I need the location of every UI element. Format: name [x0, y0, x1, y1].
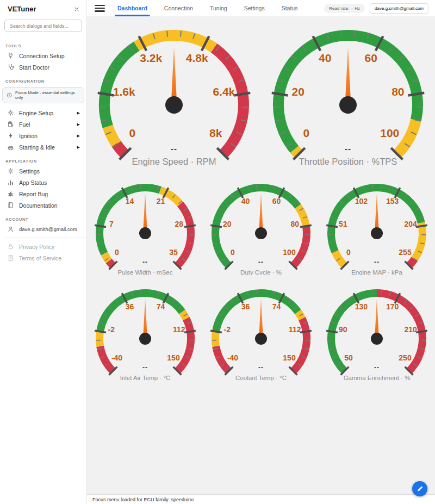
- gauge-tick-label: -2: [108, 325, 115, 334]
- sidebar-item-label: Privacy Policy: [19, 244, 54, 250]
- gauge-tick-label: 74: [157, 302, 165, 311]
- plug-icon: [7, 52, 14, 59]
- gauge-tick-label: 80: [290, 220, 299, 228]
- section-header: CONFIGURATION: [0, 76, 86, 85]
- sidebar-item-label: Start Doctor: [19, 64, 49, 71]
- sidebar-item-label: Report Bug: [19, 191, 48, 197]
- tab-label: Status: [282, 5, 298, 11]
- sidebar-item-label: Settings: [19, 168, 40, 175]
- submenu-arrow-icon: ▶: [77, 145, 81, 150]
- sidebar-item-fuel[interactable]: Fuel▶: [0, 119, 86, 130]
- sidebar-item-settings[interactable]: Settings: [0, 165, 86, 177]
- sidebar-item-start-doctor[interactable]: Start Doctor: [0, 61, 86, 73]
- sidebar-item-ignition[interactable]: Ignition▶: [0, 130, 86, 141]
- gauge-title: Coolant Temp · °C: [235, 375, 287, 381]
- gauge-tick-label: 8k: [209, 127, 222, 139]
- gauge-tick-label: 3.2k: [140, 52, 162, 64]
- sidebar-item-engine-setup[interactable]: Engine Setup▶: [0, 107, 86, 119]
- info-icon: [7, 92, 12, 98]
- sidebar-section-configuration: CONFIGURATIONFocus Mode - essential sett…: [0, 76, 86, 153]
- tab-bar: DashboardConnectionTuningSettingsStatus: [115, 0, 312, 16]
- gear-icon: [7, 167, 14, 175]
- gauge-tick-label: 102: [355, 197, 368, 206]
- gauge-tick-label: 90: [339, 325, 347, 334]
- gauge-value: --: [345, 144, 351, 153]
- dashboard-content: 01.6k3.2k4.8k6.4k8k--Engine Speed · RPM0…: [87, 16, 435, 494]
- sidebar-item-label: Terms of Service: [19, 255, 61, 262]
- gauge-inlet-air-temp-c: -40-23674112150--Inlet Air Temp · °C: [88, 285, 203, 381]
- app-window: VETuner TOOLSConnection SetupStart Docto…: [0, 0, 435, 504]
- gauge-hub: [165, 96, 183, 114]
- gauge-hub: [255, 333, 267, 345]
- gauge-tick-label: 40: [241, 197, 250, 206]
- gauge-row: 0714212835--Pulse Width · mSec0204060801…: [87, 179, 435, 275]
- focus-mode-notice[interactable]: Focus Mode - essential settings only: [2, 87, 84, 103]
- document-icon: [7, 254, 14, 262]
- gauge-tick-label: 80: [391, 85, 404, 98]
- tab-label: Settings: [244, 5, 265, 11]
- gauge-tick-label: 20: [223, 220, 232, 228]
- gauge-tick-label: 204: [405, 220, 418, 228]
- search-input[interactable]: [4, 20, 82, 32]
- gauge-tick-label: -40: [111, 353, 122, 362]
- gauge-title: Engine MAP · kPa: [351, 269, 402, 276]
- section-header: TOOLS: [0, 40, 86, 50]
- account-email-field[interactable]: dave.g.smith@gmail.com: [370, 3, 428, 14]
- read-rate-badge: Read rate: -- Hz: [324, 4, 365, 13]
- gauge-title: Engine Speed · RPM: [132, 157, 216, 166]
- sidebar-item-dave-g-smith-gmail-com[interactable]: dave.g.smith@gmail.com: [0, 223, 86, 235]
- sidebar-item-label: App Status: [19, 179, 47, 186]
- car-icon: [7, 144, 14, 151]
- gauge-tick-label: 210: [405, 325, 418, 334]
- gauge-duty-cycle: 020406080100--Duty Cycle · %: [203, 179, 319, 275]
- sidebar-item-terms-of-service[interactable]: Terms of Service: [0, 252, 86, 264]
- gauge-throttle-position-tps: 020406080100--Throttle Position · %TPS: [265, 26, 431, 169]
- gauge-value: --: [374, 364, 380, 371]
- sidebar-item-starting-idle[interactable]: Starting & Idle▶: [0, 141, 86, 153]
- divider: [4, 238, 86, 238]
- gauge-tick-label: 150: [167, 353, 180, 362]
- sidebar-item-report-bug[interactable]: Report Bug: [0, 188, 86, 200]
- topbar-right: Read rate: -- Hz dave.g.smith@gmail.com: [324, 3, 428, 14]
- sidebar-section-application: APPLICATIONSettingsApp StatusReport BugD…: [0, 155, 86, 211]
- tab-tuning[interactable]: Tuning: [207, 0, 230, 16]
- sidebar-item-label: Connection Setup: [19, 53, 64, 59]
- bar-chart-icon: [7, 179, 14, 186]
- tab-settings[interactable]: Settings: [241, 0, 268, 16]
- sidebar-section-account: ACCOUNTdave.g.smith@gmail.comPrivacy Pol…: [0, 214, 86, 264]
- sidebar-item-label: dave.g.smith@gmail.com: [19, 226, 77, 232]
- gauge-tick-label: 51: [339, 220, 347, 228]
- gauge-tick-label: -2: [224, 325, 231, 334]
- gauge-value: --: [374, 258, 380, 266]
- gauge-tick-label: 4.8k: [186, 52, 208, 64]
- tab-label: Dashboard: [117, 5, 147, 11]
- gauge-pulse-width-msec: 0714212835--Pulse Width · mSec: [88, 179, 203, 275]
- gauge-value: --: [258, 364, 264, 371]
- gauge-tick-label: 0: [231, 248, 235, 257]
- book-icon: [7, 202, 14, 209]
- tab-connection[interactable]: Connection: [161, 0, 196, 16]
- sidebar-item-label: Engine Setup: [19, 110, 53, 116]
- sidebar-item-connection-setup[interactable]: Connection Setup: [0, 50, 86, 61]
- sidebar-item-app-status[interactable]: App Status: [0, 177, 86, 188]
- gauge-tick-label: 20: [291, 85, 304, 98]
- gauge-tick-label: 170: [386, 302, 399, 311]
- gauge-tick-label: 60: [365, 52, 377, 64]
- gauge-tick-label: 36: [241, 302, 250, 311]
- sidebar-item-privacy-policy[interactable]: Privacy Policy: [0, 241, 86, 252]
- gauge-gamma-enrichment: 5090130170210250--Gamma Enrichment · %: [319, 285, 434, 381]
- gauge-tick-label: 14: [126, 197, 134, 206]
- tab-dashboard[interactable]: Dashboard: [115, 0, 150, 16]
- close-icon[interactable]: [73, 6, 80, 13]
- gauge-tick-label: 74: [272, 302, 281, 311]
- tab-status[interactable]: Status: [279, 0, 301, 16]
- edit-fab[interactable]: [412, 481, 427, 496]
- app-title: VETuner: [8, 5, 36, 13]
- sidebar-header: VETuner: [0, 0, 86, 17]
- menu-icon[interactable]: [95, 5, 105, 12]
- section-header: ACCOUNT: [0, 214, 86, 223]
- sidebar-item-documentation[interactable]: Documentation: [0, 200, 86, 211]
- statusbar: Focus menu loaded for ECU family: speedu…: [87, 494, 435, 504]
- submenu-arrow-icon: ▶: [77, 122, 81, 127]
- gauge-tick-label: 0: [115, 248, 119, 257]
